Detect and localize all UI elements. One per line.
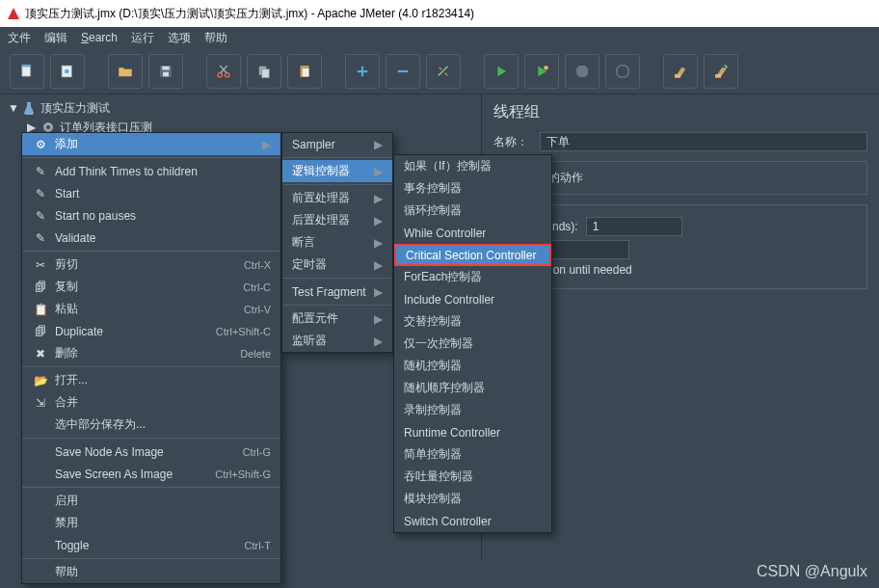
gear-icon: ⚙	[32, 136, 49, 153]
svg-rect-1	[22, 65, 31, 67]
ctx-disable[interactable]: 禁用	[22, 512, 280, 534]
logic-interleave[interactable]: 交替控制器	[394, 310, 551, 333]
logic-loop[interactable]: 循环控制器	[394, 200, 551, 222]
paste-button[interactable]	[287, 54, 322, 89]
pencil-icon: ✎	[32, 185, 49, 202]
logic-include[interactable]: Include Controller	[394, 288, 551, 310]
cut-icon: ✂	[32, 256, 49, 274]
copy-button[interactable]	[247, 54, 281, 89]
sub-assertion[interactable]: 断言▶	[282, 231, 392, 254]
svg-rect-15	[715, 74, 721, 78]
flask-icon	[21, 100, 37, 116]
toolbar	[0, 48, 879, 94]
menu-run[interactable]: 运行	[131, 30, 154, 46]
menu-help[interactable]: 帮助	[204, 30, 227, 46]
ctx-save-node-image[interactable]: Save Node As ImageCtrl-G	[22, 441, 280, 463]
pencil-icon: ✎	[32, 229, 49, 247]
menu-edit[interactable]: 编辑	[44, 30, 67, 46]
ctx-help[interactable]: 帮助	[22, 561, 280, 583]
watermark: CSDN @Angulx	[757, 563, 867, 580]
paste-icon: 📋	[32, 301, 49, 318]
logic-once-only[interactable]: 仅一次控制器	[394, 333, 551, 355]
panel-title: 线程组	[493, 102, 867, 122]
menu-search[interactable]: Search	[81, 31, 118, 44]
pencil-icon: ✎	[32, 207, 49, 225]
start-button[interactable]	[484, 54, 519, 89]
ctx-toggle[interactable]: ToggleCtrl-T	[22, 534, 280, 556]
logic-throughput[interactable]: 吞吐量控制器	[394, 466, 551, 488]
sub-test-fragment[interactable]: Test Fragment▶	[282, 281, 392, 303]
copy-icon: 🗐	[32, 279, 49, 296]
window-titlebar: 顶实压力测试.jmx (D:\顶实\压力测试\顶实压力测试.jmx) - Apa…	[0, 0, 879, 27]
logic-while[interactable]: While Controller	[394, 222, 551, 244]
tree-root-label: 顶实压力测试	[40, 100, 110, 117]
menu-options[interactable]: 选项	[168, 30, 191, 46]
cut-button[interactable]	[206, 54, 241, 89]
pencil-icon: ✎	[32, 163, 49, 180]
ctx-save-screen-image[interactable]: Save Screen As ImageCtrl+Shift-G	[22, 463, 280, 485]
collapse-button[interactable]	[386, 54, 420, 89]
logic-recording[interactable]: 录制控制器	[394, 399, 551, 421]
ctx-merge[interactable]: ⇲合并	[22, 391, 280, 414]
ctx-save-selection[interactable]: 选中部分保存为...	[22, 414, 280, 436]
svg-point-3	[65, 68, 69, 73]
logic-runtime[interactable]: Runtime Controller	[394, 421, 551, 443]
start-no-pauses-button[interactable]	[524, 54, 559, 89]
toggle-button[interactable]	[426, 54, 461, 89]
ctx-open[interactable]: 📂打开...	[22, 369, 280, 391]
ctx-enable[interactable]: 启用	[22, 490, 280, 512]
open-button[interactable]	[108, 54, 143, 89]
svg-rect-5	[162, 66, 170, 69]
ctx-start[interactable]: ✎Start	[22, 182, 280, 204]
new-button[interactable]	[10, 54, 44, 89]
sub-post-processor[interactable]: 后置处理器▶	[282, 209, 392, 231]
expand-button[interactable]	[345, 54, 380, 89]
stop-button[interactable]	[565, 54, 599, 89]
logic-switch[interactable]: Switch Controller	[394, 510, 551, 532]
sub-pre-processor[interactable]: 前置处理器▶	[282, 187, 392, 209]
clear-button[interactable]	[663, 54, 698, 89]
logic-transaction[interactable]: 事务控制器	[394, 177, 551, 200]
logic-foreach[interactable]: ForEach控制器	[394, 266, 551, 288]
ctx-copy[interactable]: 🗐复制Ctrl-C	[22, 276, 280, 298]
ctx-paste[interactable]: 📋粘贴Ctrl-V	[22, 298, 280, 320]
sub-sampler[interactable]: Sampler▶	[282, 133, 392, 155]
duplicate-icon: 🗐	[32, 323, 49, 340]
sub-listener[interactable]: 监听器▶	[282, 330, 392, 352]
menu-file[interactable]: 文件	[8, 30, 31, 46]
svg-rect-12	[303, 68, 309, 76]
svg-point-13	[544, 66, 548, 70]
ctx-add[interactable]: ⚙添加▶	[22, 133, 280, 155]
name-input[interactable]	[540, 132, 867, 151]
svg-rect-10	[262, 68, 270, 77]
submenu-logic-controllers: 如果（If）控制器 事务控制器 循环控制器 While Controller C…	[393, 154, 552, 533]
save-button[interactable]	[148, 54, 183, 89]
ctx-duplicate[interactable]: 🗐DuplicateCtrl+Shift-C	[22, 320, 280, 342]
logic-module[interactable]: 模块控制器	[394, 488, 551, 510]
clear-all-button[interactable]	[704, 54, 738, 89]
svg-point-17	[46, 125, 50, 129]
merge-icon: ⇲	[32, 394, 49, 412]
name-label: 名称：	[493, 134, 532, 150]
logic-random-order[interactable]: 随机顺序控制器	[394, 377, 551, 399]
sub-config-element[interactable]: 配置元件▶	[282, 307, 392, 330]
svg-point-8	[226, 72, 230, 77]
shutdown-button[interactable]	[605, 54, 640, 89]
ramp-input[interactable]	[586, 217, 682, 236]
svg-rect-6	[163, 71, 169, 76]
logic-critical-section[interactable]: Critical Section Controller	[394, 244, 551, 266]
ctx-cut[interactable]: ✂剪切Ctrl-X	[22, 254, 280, 276]
templates-button[interactable]	[50, 54, 85, 89]
tree-root[interactable]: ▼ 顶实压力测试	[0, 98, 481, 118]
logic-random[interactable]: 随机控制器	[394, 355, 551, 377]
ctx-validate[interactable]: ✎Validate	[22, 227, 280, 249]
delete-icon: ✖	[32, 345, 49, 362]
ctx-start-no-pauses[interactable]: ✎Start no pauses	[22, 204, 280, 227]
sub-timer[interactable]: 定时器▶	[282, 254, 392, 276]
logic-simple[interactable]: 简单控制器	[394, 443, 551, 466]
ctx-think-times[interactable]: ✎Add Think Times to children	[22, 160, 280, 182]
logic-if[interactable]: 如果（If）控制器	[394, 155, 551, 177]
context-menu: ⚙添加▶ ✎Add Think Times to children ✎Start…	[21, 132, 281, 584]
ctx-delete[interactable]: ✖删除Delete	[22, 342, 280, 364]
sub-logic-controller[interactable]: 逻辑控制器▶	[282, 160, 392, 182]
